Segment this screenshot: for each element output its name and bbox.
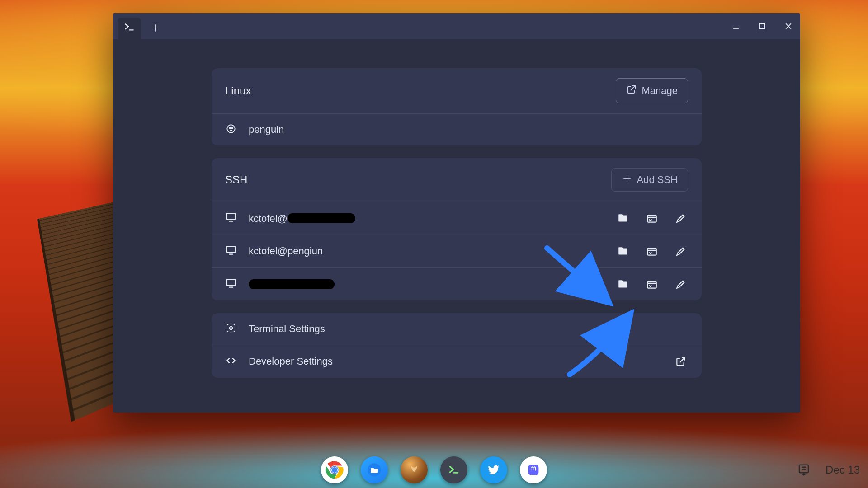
add-ssh-label: Add SSH bbox=[637, 174, 678, 186]
shelf-app-icon[interactable] bbox=[401, 456, 428, 483]
shelf-mastodon-icon[interactable] bbox=[520, 456, 547, 483]
shelf-clock[interactable]: Dec 13 bbox=[826, 464, 860, 476]
window-maximize-button[interactable] bbox=[755, 19, 769, 33]
shelf-files-icon[interactable] bbox=[361, 456, 388, 483]
manage-linux-button[interactable]: Manage bbox=[616, 78, 688, 103]
shelf-terminal-icon[interactable] bbox=[440, 456, 467, 483]
monitor-icon bbox=[225, 211, 237, 225]
new-window-button[interactable] bbox=[645, 277, 659, 291]
terminal-settings-row[interactable]: Terminal Settings bbox=[212, 313, 702, 345]
svg-point-1 bbox=[227, 125, 235, 132]
monitor-icon bbox=[225, 277, 237, 291]
developer-settings-label: Developer Settings bbox=[249, 356, 333, 367]
window-body: Linux Manage penguin bbox=[113, 39, 800, 413]
svg-rect-4 bbox=[226, 213, 236, 219]
svg-rect-9 bbox=[647, 282, 656, 288]
ssh-connection-label bbox=[249, 278, 335, 291]
ssh-connection-row[interactable] bbox=[212, 268, 702, 300]
edit-button[interactable] bbox=[674, 211, 688, 225]
monitor-icon bbox=[225, 244, 237, 258]
plus-icon bbox=[622, 173, 632, 187]
settings-section: Terminal Settings Developer Settings bbox=[212, 313, 702, 378]
shelf-twitter-icon[interactable] bbox=[480, 456, 507, 483]
svg-rect-0 bbox=[760, 23, 765, 29]
svg-point-14 bbox=[332, 467, 337, 473]
svg-rect-6 bbox=[226, 246, 236, 252]
window-minimize-button[interactable] bbox=[729, 19, 743, 33]
svg-point-10 bbox=[230, 327, 233, 330]
window-close-button[interactable] bbox=[781, 19, 796, 33]
ssh-section-title: SSH bbox=[225, 174, 247, 186]
gear-icon bbox=[225, 322, 237, 336]
terminal-settings-label: Terminal Settings bbox=[249, 323, 325, 335]
ssh-connection-label: kctofel@pengiun bbox=[249, 245, 323, 257]
holding-space-icon[interactable] bbox=[795, 461, 813, 479]
linux-container-row[interactable]: penguin bbox=[212, 114, 702, 145]
shelf-chrome-icon[interactable] bbox=[321, 456, 348, 483]
redacted-text bbox=[249, 279, 335, 289]
svg-rect-7 bbox=[647, 249, 656, 255]
new-window-button[interactable] bbox=[645, 211, 659, 225]
code-icon bbox=[225, 355, 237, 368]
open-external-button[interactable] bbox=[674, 354, 688, 369]
ssh-connection-label: kctofel@ bbox=[249, 212, 355, 225]
manage-button-label: Manage bbox=[642, 85, 678, 97]
ssh-connection-row[interactable]: kctofel@pengiun bbox=[212, 235, 702, 267]
window-titlebar bbox=[113, 13, 800, 39]
shelf: Dec 13 bbox=[0, 452, 868, 488]
shelf-apps bbox=[321, 456, 547, 483]
svg-rect-5 bbox=[647, 216, 656, 222]
linux-section-title: Linux bbox=[225, 84, 251, 97]
sftp-mount-button[interactable] bbox=[616, 211, 630, 225]
window-controls bbox=[729, 13, 796, 39]
add-ssh-button[interactable]: Add SSH bbox=[611, 168, 689, 192]
developer-settings-row[interactable]: Developer Settings bbox=[212, 345, 702, 378]
ssh-section: SSH Add SSH kctofel@ bbox=[212, 158, 702, 300]
sftp-mount-button[interactable] bbox=[616, 277, 630, 291]
svg-point-3 bbox=[232, 127, 233, 128]
tab-terminal-home[interactable] bbox=[118, 18, 141, 39]
ssh-connection-row[interactable]: kctofel@ bbox=[212, 202, 702, 235]
terminal-window: Linux Manage penguin bbox=[113, 13, 800, 413]
edit-button[interactable] bbox=[674, 244, 688, 258]
linux-penguin-icon bbox=[225, 123, 237, 136]
svg-rect-8 bbox=[226, 279, 236, 285]
linux-section: Linux Manage penguin bbox=[212, 68, 702, 145]
shelf-status-area[interactable]: Dec 13 bbox=[795, 452, 860, 488]
redacted-text bbox=[288, 213, 355, 223]
edit-button[interactable] bbox=[674, 277, 688, 291]
sftp-mount-button[interactable] bbox=[616, 244, 630, 258]
svg-point-2 bbox=[229, 127, 230, 128]
open-external-icon bbox=[626, 84, 637, 98]
new-tab-button[interactable] bbox=[146, 18, 165, 38]
tab-strip bbox=[113, 13, 165, 39]
linux-container-label: penguin bbox=[249, 124, 284, 136]
terminal-icon bbox=[123, 22, 135, 35]
new-window-button[interactable] bbox=[645, 244, 659, 258]
